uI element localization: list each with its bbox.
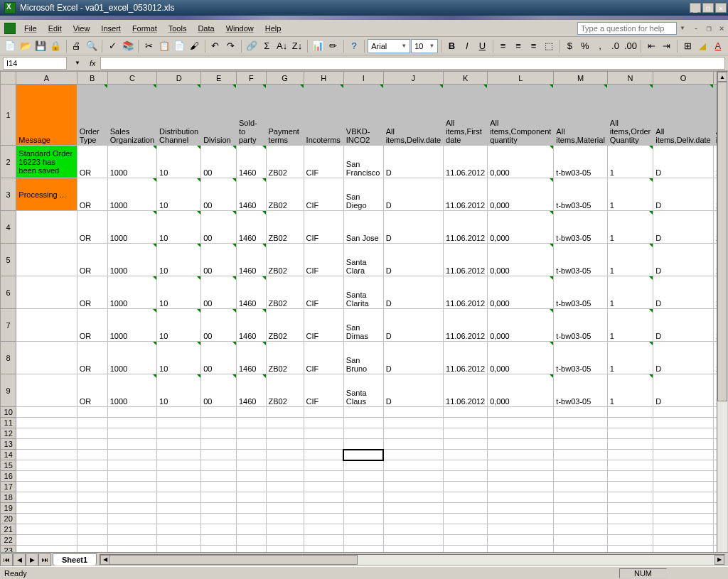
format-painter-button[interactable]: 🖌 (187, 38, 201, 54)
cell-E17[interactable] (201, 482, 237, 492)
cell-K20[interactable] (444, 514, 488, 524)
increase-decimal-button[interactable]: .0 (608, 38, 622, 54)
cell-M12[interactable] (554, 428, 607, 439)
cell-A14[interactable] (16, 450, 77, 460)
cell-A19[interactable] (16, 503, 77, 514)
worksheet-area[interactable]: ABCDEFGHIJKLMNO1MessageOrder TypeSales O… (0, 71, 728, 579)
help-button[interactable]: ? (347, 38, 361, 54)
decrease-indent-button[interactable]: ⇤ (644, 38, 658, 54)
cell-D10[interactable] (157, 407, 201, 418)
cell-C16[interactable] (107, 471, 156, 482)
cell-O9[interactable]: D (653, 374, 713, 407)
cell-C13[interactable] (107, 439, 156, 450)
col-header-A[interactable]: A (16, 72, 77, 85)
cell-F12[interactable] (237, 428, 267, 439)
cell-K2[interactable]: 11.06.2012 (444, 146, 488, 178)
cell-J7[interactable]: D (383, 309, 443, 342)
cell-E19[interactable] (201, 503, 237, 514)
italic-button[interactable]: I (460, 38, 474, 54)
cell-J10[interactable] (383, 407, 443, 418)
cell-I15[interactable] (343, 460, 383, 471)
cell-G10[interactable] (266, 407, 304, 418)
cell-G20[interactable] (266, 514, 304, 524)
cell-D6[interactable]: 10 (157, 276, 201, 309)
cell-K11[interactable] (444, 418, 488, 428)
cell-N12[interactable] (607, 428, 653, 439)
fx-icon[interactable]: fx (90, 59, 96, 67)
cell-E9[interactable]: 00 (201, 374, 237, 407)
cell-C7[interactable]: 1000 (107, 309, 156, 342)
help-search-input[interactable] (577, 22, 677, 35)
cell-D21[interactable] (157, 524, 201, 535)
next-sheet-button[interactable]: ▶ (26, 553, 38, 566)
cell-L3[interactable]: 0,000 (488, 178, 554, 211)
align-left-button[interactable]: ≡ (496, 38, 510, 54)
cell-H9[interactable]: CIF (304, 374, 343, 407)
cell-E8[interactable]: 00 (201, 342, 237, 374)
col-header-L[interactable]: L (488, 72, 554, 85)
cell-K18[interactable] (444, 492, 488, 503)
col-header-I[interactable]: I (343, 72, 383, 85)
cell-M7[interactable]: t-bw03-05 (554, 309, 607, 342)
cell-C5[interactable]: 1000 (107, 244, 156, 276)
cell-H12[interactable] (304, 428, 343, 439)
cell-H16[interactable] (304, 471, 343, 482)
cell-B11[interactable] (77, 418, 107, 428)
cell-O10[interactable] (653, 407, 713, 418)
hscroll-thumb[interactable] (109, 555, 358, 565)
cell-M17[interactable] (554, 482, 607, 492)
cut-button[interactable]: ✂ (141, 38, 156, 54)
cell-M22[interactable] (554, 535, 607, 546)
cell-O16[interactable] (653, 471, 713, 482)
cell-K19[interactable] (444, 503, 488, 514)
cell-G14[interactable] (266, 450, 304, 460)
cell-J13[interactable] (383, 439, 443, 450)
cell-C1[interactable]: Sales Organization (107, 85, 156, 146)
col-header-B[interactable]: B (77, 72, 107, 85)
cell-I3[interactable]: San Diego (343, 178, 383, 211)
cell-L22[interactable] (488, 535, 554, 546)
cell-A13[interactable] (16, 439, 77, 450)
cell-H21[interactable] (304, 524, 343, 535)
cell-F11[interactable] (237, 418, 267, 428)
research-button[interactable]: 📚 (121, 38, 135, 54)
spelling-button[interactable]: ✓ (105, 38, 119, 54)
cell-C19[interactable] (107, 503, 156, 514)
cell-M16[interactable] (554, 471, 607, 482)
cell-D16[interactable] (157, 471, 201, 482)
cell-M6[interactable]: t-bw03-05 (554, 276, 607, 309)
row-header-18[interactable]: 18 (1, 492, 16, 503)
cell-J22[interactable] (383, 535, 443, 546)
cell-F5[interactable]: 1460 (237, 244, 267, 276)
cell-H19[interactable] (304, 503, 343, 514)
cell-O18[interactable] (653, 492, 713, 503)
cell-D14[interactable] (157, 450, 201, 460)
cell-L19[interactable] (488, 503, 554, 514)
cell-A3[interactable]: Processing ... (16, 178, 77, 211)
cell-D9[interactable]: 10 (157, 374, 201, 407)
cell-O12[interactable] (653, 428, 713, 439)
cell-B14[interactable] (77, 450, 107, 460)
autosum-button[interactable]: Σ (259, 38, 274, 54)
row-header-6[interactable]: 6 (1, 276, 16, 309)
cell-G13[interactable] (266, 439, 304, 450)
cell-G16[interactable] (266, 471, 304, 482)
cell-N16[interactable] (607, 471, 653, 482)
cell-J15[interactable] (383, 460, 443, 471)
cell-C18[interactable] (107, 492, 156, 503)
cell-L5[interactable]: 0,000 (488, 244, 554, 276)
cell-M18[interactable] (554, 492, 607, 503)
cell-L9[interactable]: 0,000 (488, 374, 554, 407)
col-header-J[interactable]: J (383, 72, 443, 85)
cell-I20[interactable] (343, 514, 383, 524)
doc-restore-icon[interactable]: ❐ (704, 23, 714, 33)
row-header-4[interactable]: 4 (1, 211, 16, 244)
cell-E2[interactable]: 00 (201, 146, 237, 178)
drawing-button[interactable]: ✏ (326, 38, 341, 54)
cell-B3[interactable]: OR (77, 178, 107, 211)
cell-F4[interactable]: 1460 (237, 211, 267, 244)
cell-I1[interactable]: VBKD-INCO2 (343, 85, 383, 146)
cell-G21[interactable] (266, 524, 304, 535)
cell-H7[interactable]: CIF (304, 309, 343, 342)
cell-E3[interactable]: 00 (201, 178, 237, 211)
